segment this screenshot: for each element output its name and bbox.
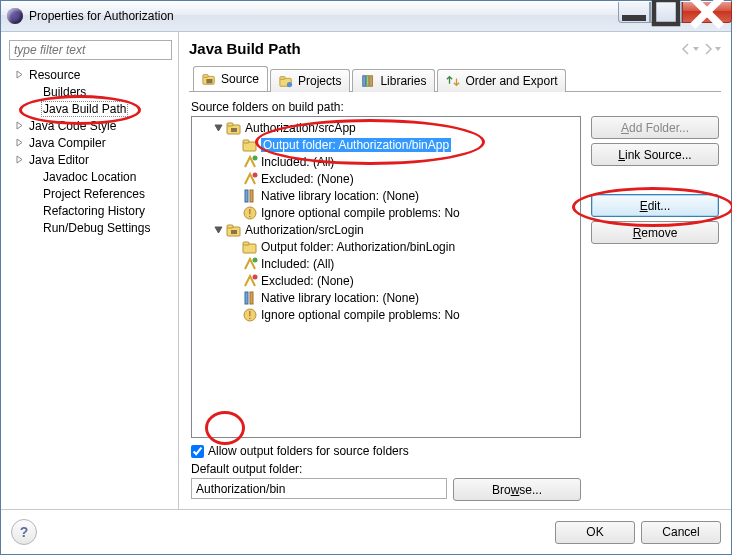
- remove-button[interactable]: Remove: [591, 221, 719, 244]
- svg-point-17: [253, 172, 258, 177]
- nav-item-label: Refactoring History: [41, 204, 147, 218]
- svg-rect-23: [227, 225, 233, 228]
- pkg-icon: [226, 222, 242, 238]
- eclipse-icon: [7, 8, 23, 24]
- source-folders-tree[interactable]: Authorization/srcAppOutput folder: Autho…: [191, 116, 581, 438]
- edit-button[interactable]: Edit...: [591, 194, 719, 217]
- source-tree-row[interactable]: Output folder: Authorization/binApp: [192, 136, 580, 153]
- svg-rect-0: [622, 15, 646, 21]
- add-folder-button[interactable]: Add Folder...: [591, 116, 719, 139]
- source-tree-label: Output folder: Authorization/binLogin: [261, 240, 455, 254]
- svg-rect-13: [231, 128, 237, 132]
- source-tree-row[interactable]: Output folder: Authorization/binLogin: [192, 238, 580, 255]
- tab-label: Projects: [298, 74, 341, 88]
- expander-icon[interactable]: [27, 86, 39, 98]
- source-tree-row[interactable]: Excluded: (None): [192, 170, 580, 187]
- source-tree-row[interactable]: Native library location: (None): [192, 187, 580, 204]
- tab-label: Order and Export: [465, 74, 557, 88]
- source-folder-icon: [202, 72, 216, 86]
- source-tree-label: Excluded: (None): [261, 274, 354, 288]
- nav-item[interactable]: Java Editor: [9, 151, 172, 168]
- back-button[interactable]: [679, 41, 699, 57]
- expander-icon[interactable]: [27, 103, 39, 115]
- source-tree-label: Native library location: (None): [261, 291, 419, 305]
- content-pane: Java Build Path: [179, 32, 731, 509]
- svg-point-16: [253, 155, 258, 160]
- browse-button[interactable]: Browse...: [453, 478, 581, 501]
- nav-item[interactable]: Refactoring History: [9, 202, 172, 219]
- source-tree-label: Authorization/srcApp: [245, 121, 356, 135]
- tab-order-export[interactable]: Order and Export: [437, 69, 566, 92]
- svg-rect-6: [280, 77, 285, 80]
- source-tree-row[interactable]: !Ignore optional compile problems: No: [192, 204, 580, 221]
- tab-libraries[interactable]: Libraries: [352, 69, 435, 92]
- maximize-button[interactable]: [650, 2, 682, 23]
- expander-icon[interactable]: [13, 154, 25, 166]
- source-tree-label: Excluded: (None): [261, 172, 354, 186]
- tab-label: Libraries: [380, 74, 426, 88]
- source-tree-row[interactable]: Included: (All): [192, 255, 580, 272]
- expander-icon[interactable]: [13, 120, 25, 132]
- nav-item[interactable]: Javadoc Location: [9, 168, 172, 185]
- expander-icon[interactable]: [212, 224, 224, 236]
- source-tree-row[interactable]: Authorization/srcApp: [192, 119, 580, 136]
- nav-item-label: Java Build Path: [41, 101, 128, 117]
- close-button[interactable]: [682, 2, 732, 23]
- source-tree-row[interactable]: Included: (All): [192, 153, 580, 170]
- source-tree-label: Ignore optional compile problems: No: [261, 308, 460, 322]
- expander-icon[interactable]: [27, 171, 39, 183]
- category-tree[interactable]: ResourceBuildersJava Build PathJava Code…: [9, 66, 172, 501]
- inc-icon: [242, 154, 258, 170]
- source-tree-label: Included: (All): [261, 155, 334, 169]
- nav-item[interactable]: Resource: [9, 66, 172, 83]
- source-tree-row[interactable]: Native library location: (None): [192, 289, 580, 306]
- ok-button[interactable]: OK: [555, 521, 635, 544]
- titlebar: Properties for Authorization: [1, 1, 731, 32]
- expander-icon[interactable]: [13, 69, 25, 81]
- source-tree-row[interactable]: Excluded: (None): [192, 272, 580, 289]
- tab-source[interactable]: Source: [193, 66, 268, 91]
- allow-output-label: Allow output folders for source folders: [208, 444, 409, 458]
- source-folders-label: Source folders on build path:: [191, 100, 581, 114]
- expander-icon[interactable]: [212, 122, 224, 134]
- expander-icon[interactable]: [27, 205, 39, 217]
- link-source-button[interactable]: Link Source...: [591, 143, 719, 166]
- source-tree-label: Authorization/srcLogin: [245, 223, 364, 237]
- libraries-icon: [361, 74, 375, 88]
- forward-button[interactable]: [701, 41, 721, 57]
- svg-text:!: !: [249, 310, 252, 321]
- expander-icon[interactable]: [27, 188, 39, 200]
- ign-icon: !: [242, 205, 258, 221]
- inc-icon: [242, 256, 258, 272]
- fld-icon: [242, 137, 258, 153]
- allow-output-checkbox[interactable]: Allow output folders for source folders: [191, 444, 581, 458]
- nav-item-label: Run/Debug Settings: [41, 221, 152, 235]
- svg-rect-19: [250, 190, 253, 202]
- tab-projects[interactable]: Projects: [270, 69, 350, 92]
- allow-output-input[interactable]: [191, 445, 204, 458]
- minimize-button[interactable]: [618, 2, 650, 23]
- nav-item[interactable]: Java Build Path: [9, 100, 172, 117]
- expander-icon[interactable]: [13, 137, 25, 149]
- nav-item-label: Builders: [41, 85, 88, 99]
- source-tree-row[interactable]: Authorization/srcLogin: [192, 221, 580, 238]
- expander-icon[interactable]: [27, 222, 39, 234]
- nav-item[interactable]: Java Compiler: [9, 134, 172, 151]
- navigation-pane: ResourceBuildersJava Build PathJava Code…: [1, 32, 179, 509]
- nav-item-label: Java Compiler: [27, 136, 108, 150]
- cancel-button[interactable]: Cancel: [641, 521, 721, 544]
- default-output-input[interactable]: [191, 478, 447, 499]
- svg-point-28: [253, 274, 258, 279]
- source-tree-row[interactable]: !Ignore optional compile problems: No: [192, 306, 580, 323]
- ign-icon: !: [242, 307, 258, 323]
- nav-item[interactable]: Java Code Style: [9, 117, 172, 134]
- exc-icon: [242, 273, 258, 289]
- nav-item[interactable]: Builders: [9, 83, 172, 100]
- nav-item-label: Java Editor: [27, 153, 91, 167]
- help-button[interactable]: ?: [11, 519, 37, 545]
- nav-item[interactable]: Project References: [9, 185, 172, 202]
- filter-input[interactable]: [9, 40, 172, 60]
- nav-item[interactable]: Run/Debug Settings: [9, 219, 172, 236]
- nav-item-label: Java Code Style: [27, 119, 118, 133]
- svg-rect-12: [227, 123, 233, 126]
